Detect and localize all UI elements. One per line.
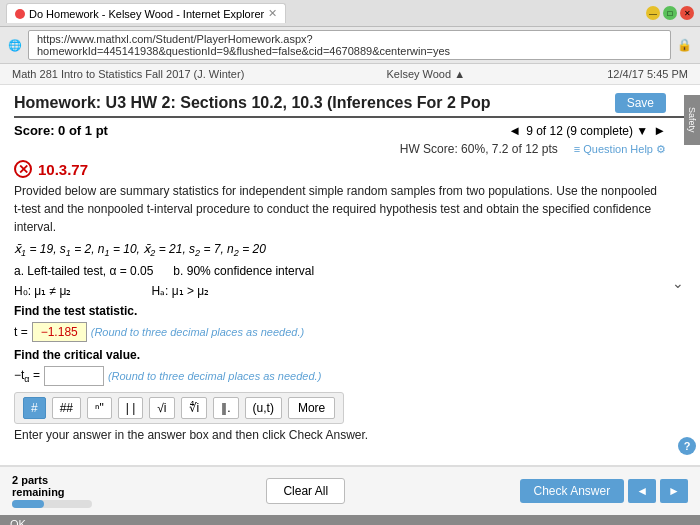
address-bar[interactable]: https://www.mathxl.com/Student/PlayerHom… — [28, 30, 671, 60]
parts-label: 2 parts — [12, 474, 92, 486]
help-circle[interactable]: ? — [678, 437, 696, 455]
check-answer-button[interactable]: Check Answer — [520, 479, 625, 503]
remaining-label: remaining — [12, 486, 92, 498]
hw-score: HW Score: 60%, 7.2 of 12 pts — [400, 142, 558, 156]
course-title: Math 281 Intro to Statistics Fall 2017 (… — [12, 68, 244, 80]
find-critical: Find the critical value. — [14, 348, 686, 362]
t-value: −1.185 — [32, 322, 87, 342]
math-toolbar: # ## ⁿ" | | √i ∜i ‖. (u,t) More — [14, 392, 344, 424]
window-controls: — □ ✕ — [646, 6, 694, 20]
gear-icon: ⚙ — [656, 143, 666, 156]
save-button[interactable]: Save — [615, 93, 666, 113]
critical-value-row: −tα = (Round to three decimal places as … — [14, 366, 686, 386]
progress-text: 9 of 12 (9 complete) ▼ — [526, 124, 648, 138]
tab-label: Do Homework - Kelsey Wood - Internet Exp… — [29, 8, 264, 20]
maximize-button[interactable]: □ — [663, 6, 677, 20]
hypothesis-row: H₀: μ₁ ≠ μ₂ Hₐ: μ₁ > μ₂ — [14, 284, 686, 298]
parts-info: 2 parts remaining — [12, 474, 92, 508]
browser-chrome: Do Homework - Kelsey Wood - Internet Exp… — [0, 0, 700, 27]
question-help-label: Question Help — [583, 143, 653, 155]
check-nav-group: Check Answer ◄ ► — [520, 479, 688, 503]
math-btn-8[interactable]: (u,t) — [245, 397, 282, 419]
question-help-icon: ≡ — [574, 143, 580, 155]
user-info: Kelsey Wood ▲ — [387, 68, 466, 80]
page-header: Math 281 Intro to Statistics Fall 2017 (… — [0, 64, 700, 85]
find-statistic: Find the test statistic. — [14, 304, 686, 318]
nav-controls: ◄ 9 of 12 (9 complete) ▼ ► — [508, 123, 666, 138]
problem-num-row: ✕ 10.3.77 — [14, 160, 686, 178]
tab-favicon — [15, 9, 25, 19]
section-b: b. 90% confidence interval — [173, 264, 314, 278]
section-a: a. Left-tailed test, α = 0.05 — [14, 264, 153, 278]
next-arrow-button[interactable]: ► — [660, 479, 688, 503]
main-content: Safety Homework: U3 HW 2: Sections 10.2,… — [0, 85, 700, 465]
hw-score-row: HW Score: 60%, 7.2 of 12 pts ≡ Question … — [14, 142, 686, 156]
math-btn-2[interactable]: ## — [52, 397, 81, 419]
footer-bar: OK — [0, 515, 700, 525]
address-bar-row: 🌐 https://www.mathxl.com/Student/PlayerH… — [0, 27, 700, 64]
hw-title-bar: Homework: U3 HW 2: Sections 10.2, 10.3 (… — [14, 93, 686, 118]
safety-label: Safety — [684, 95, 700, 145]
next-question-button[interactable]: ► — [653, 123, 666, 138]
address-favicon: 🌐 — [8, 39, 22, 52]
bottom-bar: 2 parts remaining Clear All Check Answer… — [0, 465, 700, 515]
problem-text: Provided below are summary statistics fo… — [14, 182, 686, 236]
t-hint: (Round to three decimal places as needed… — [91, 326, 304, 338]
hw-title: Homework: U3 HW 2: Sections 10.2, 10.3 (… — [14, 94, 491, 112]
critical-label: −tα = — [14, 368, 40, 384]
footer-text: OK — [10, 518, 26, 525]
critical-value-input[interactable] — [44, 366, 104, 386]
problem-number: 10.3.77 — [38, 161, 88, 178]
given-values: x̄1 = 19, s1 = 2, n1 = 10, x̄2 = 21, s2 … — [14, 242, 686, 258]
minimize-button[interactable]: — — [646, 6, 660, 20]
math-btn-1[interactable]: # — [23, 397, 46, 419]
math-btn-more[interactable]: More — [288, 397, 335, 419]
x-icon: ✕ — [14, 160, 32, 178]
prev-arrow-button[interactable]: ◄ — [628, 479, 656, 503]
progress-bar-fill — [12, 500, 44, 508]
math-btn-4[interactable]: | | — [118, 397, 144, 419]
prev-question-button[interactable]: ◄ — [508, 123, 521, 138]
question-help-btn[interactable]: ≡ Question Help ⚙ — [574, 142, 666, 156]
math-btn-3[interactable]: ⁿ" — [87, 397, 112, 419]
math-btn-6[interactable]: ∜i — [181, 397, 208, 419]
score-nav-row: Score: 0 of 1 pt ◄ 9 of 12 (9 complete) … — [14, 123, 686, 138]
math-btn-5[interactable]: √i — [149, 397, 174, 419]
score-label: Score: 0 of 1 pt — [14, 123, 108, 138]
scroll-down-icon: ⌄ — [672, 275, 684, 291]
progress-bar-container — [12, 500, 92, 508]
given-values-text: x̄1 = 19, s1 = 2, n1 = 10, x̄2 = 21, s2 … — [14, 242, 266, 256]
close-tab-button[interactable]: ✕ — [268, 7, 277, 20]
url-text: https://www.mathxl.com/Student/PlayerHom… — [37, 33, 450, 57]
math-btn-7[interactable]: ‖. — [213, 397, 238, 419]
ha-label: Hₐ: μ₁ > μ₂ — [151, 284, 209, 298]
critical-hint: (Round to three decimal places as needed… — [108, 370, 321, 382]
clear-all-button[interactable]: Clear All — [266, 478, 345, 504]
answer-entry-text: Enter your answer in the answer box and … — [14, 428, 686, 442]
h0-label: H₀: μ₁ ≠ μ₂ — [14, 284, 71, 298]
browser-tab[interactable]: Do Homework - Kelsey Wood - Internet Exp… — [6, 3, 286, 23]
datetime: 12/4/17 5:45 PM — [607, 68, 688, 80]
close-window-button[interactable]: ✕ — [680, 6, 694, 20]
lock-icon: 🔒 — [677, 38, 692, 52]
t-answer-row: t = −1.185 (Round to three decimal place… — [14, 322, 686, 342]
t-label: t = — [14, 325, 28, 339]
sections-row: a. Left-tailed test, α = 0.05 b. 90% con… — [14, 264, 686, 278]
